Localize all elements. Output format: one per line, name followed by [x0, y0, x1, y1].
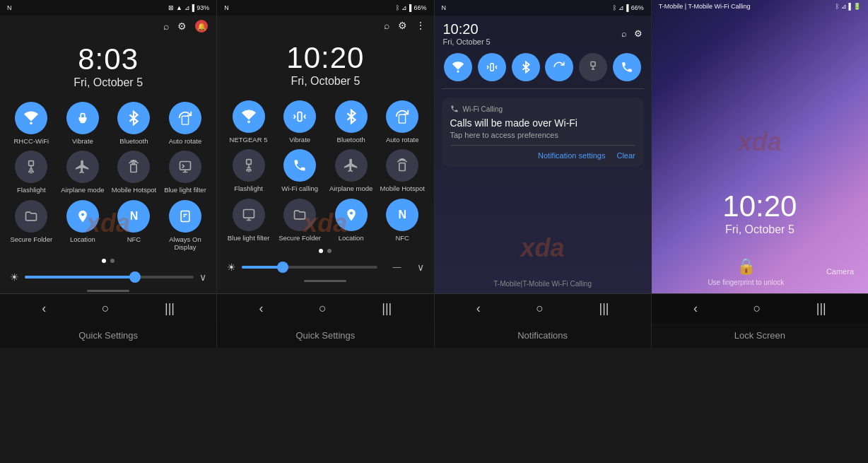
tile-bluelight-label-2: Blue light filter [228, 234, 270, 242]
back-icon-2[interactable]: ‹ [259, 301, 263, 316]
tile-rotate-label-2: Auto rotate [386, 136, 418, 143]
tile-nfc-2[interactable]: N NFC [380, 199, 426, 242]
tile-bt-icon-2 [335, 100, 368, 133]
wifi-call-small-icon [450, 105, 459, 113]
tile-bt-1[interactable]: Bluetooth [111, 102, 157, 145]
tile-rotate-2[interactable]: Auto rotate [380, 100, 426, 143]
lock-icons-4: ᛒ ⊿ ▌🔋 [835, 3, 861, 10]
tile-airplane-2[interactable]: Airplane mode [328, 149, 374, 192]
tile-location-icon-1 [66, 200, 99, 233]
tile-securefolder-2[interactable]: Secure Folder [277, 199, 323, 242]
notif-settings-btn[interactable]: Notification settings [538, 151, 605, 160]
lock-carrier-4: T-Mobile | T-Mobile Wi-Fi Calling [659, 3, 751, 10]
svg-point-9 [247, 121, 250, 124]
qs-tile-vibrate-3[interactable] [478, 53, 506, 81]
tile-wifi-label-1: RHCC-WiFi [13, 137, 49, 145]
tile-hotspot-icon-1 [117, 151, 150, 183]
home-icon-4[interactable]: ○ [753, 301, 761, 316]
notif-card-header-3: Wi-Fi Calling [450, 105, 635, 113]
qs-row-3 [435, 49, 651, 86]
recents-icon-2[interactable]: ||| [382, 301, 392, 316]
chevron-down-icon-2[interactable]: ∨ [417, 262, 424, 273]
qs-tile-bt-3[interactable] [512, 53, 540, 81]
dot-2-inactive [327, 249, 332, 253]
svg-rect-16 [491, 64, 494, 71]
brightness-row-1: ☀ ∨ [0, 266, 216, 288]
tile-rotate-1[interactable]: Auto rotate [163, 102, 209, 145]
bottom-line-1 [87, 290, 129, 292]
tile-hotspot-label-1: Mobile Hotspot [112, 186, 156, 194]
recents-icon-4[interactable]: ||| [816, 301, 826, 316]
home-icon-2[interactable]: ○ [319, 301, 327, 316]
chevron-down-icon-1[interactable]: ∨ [199, 271, 206, 283]
brightness-track-2[interactable] [242, 266, 377, 269]
qs-bt-icon-3 [512, 53, 540, 81]
qs-tile-wificall-3[interactable] [613, 53, 641, 81]
tile-bluelight-label-1: Blue light filter [164, 186, 206, 194]
tile-securefolder-icon-1 [15, 200, 47, 233]
tile-aod-1[interactable]: Always On Display [163, 200, 209, 252]
recents-icon-1[interactable]: ||| [165, 301, 175, 316]
notif-card-title-3: Calls will be made over Wi-Fi [450, 117, 635, 129]
brightness-track-1[interactable] [25, 276, 194, 279]
tile-aod-label-1: Always On Display [163, 235, 209, 252]
lock-camera-4[interactable]: Camera [826, 267, 854, 276]
home-icon-3[interactable]: ○ [536, 301, 544, 316]
tile-bt-icon-1 [117, 102, 150, 134]
overflow-icon-2[interactable]: ⋮ [416, 20, 426, 31]
qs-tile-rotate-3[interactable] [545, 53, 573, 81]
screen-3-content: N ᛒ ⊿ ▌66% 10:20 Fri, October 5 ⌕ ⚙ [435, 0, 651, 293]
tile-wifi-label-2: NETGEAR 5 [230, 136, 268, 143]
tile-location-1[interactable]: Location [60, 200, 106, 252]
tile-bluelight-1[interactable]: Blue light filter [163, 151, 209, 194]
qs-tile-flash-3[interactable] [579, 53, 607, 81]
dot-1-active [102, 259, 106, 263]
tile-nfc-1[interactable]: N NFC [111, 200, 157, 252]
brightness-thumb-2 [277, 262, 288, 273]
tile-nfc-label-2: NFC [395, 234, 409, 242]
lock-time-4: 10:20 [722, 189, 797, 223]
tile-securefolder-1[interactable]: Secure Folder [8, 200, 54, 252]
tile-location-2[interactable]: Location [328, 199, 374, 242]
tile-bt-2[interactable]: Bluetooth [328, 100, 374, 143]
notif-clear-btn[interactable]: Clear [616, 151, 635, 160]
brightness-icon-1: ☀ [10, 271, 19, 283]
tile-rotate-icon-2 [386, 100, 418, 133]
lte-icon-2: ▌66% [409, 4, 426, 11]
notif-card-3[interactable]: Wi-Fi Calling Calls will be made over Wi… [442, 98, 644, 167]
back-icon-4[interactable]: ‹ [693, 301, 698, 316]
back-icon-1[interactable]: ‹ [42, 301, 46, 316]
svg-rect-12 [246, 160, 251, 165]
tile-flash-1[interactable]: Flashlight [8, 151, 54, 194]
tile-rotate-icon-1 [169, 102, 201, 134]
qs-tile-wifi-3[interactable] [444, 53, 472, 81]
search-icon-1[interactable]: ⌕ [163, 20, 169, 32]
recents-icon-3[interactable]: ||| [599, 301, 609, 316]
gear-icon-3[interactable]: ⚙ [634, 28, 643, 39]
lock-signal-icon: ⊿ [841, 3, 847, 10]
tile-hotspot-2[interactable]: Mobile Hotspot [380, 149, 426, 192]
tile-wifi-1[interactable]: RHCC-WiFi [8, 102, 54, 145]
tile-bluelight-2[interactable]: Blue light filter [225, 199, 271, 242]
dots-1 [0, 256, 216, 266]
tile-hotspot-icon-2 [386, 149, 418, 182]
tile-airplane-1[interactable]: Airplane mode [60, 151, 106, 194]
tile-flash-icon-1 [15, 151, 47, 183]
back-icon-3[interactable]: ‹ [476, 301, 481, 316]
search-icon-2[interactable]: ⌕ [384, 20, 389, 31]
tile-securefolder-label-2: Secure Folder [278, 234, 321, 242]
nav-bar-2: ‹ ○ ||| [217, 293, 433, 323]
notification-icon-1[interactable]: 🔔 [195, 20, 208, 33]
tile-hotspot-1[interactable]: Mobile Hotspot [111, 151, 157, 194]
gear-icon-2[interactable]: ⚙ [398, 20, 407, 31]
tile-wificall-2[interactable]: Wi-Fi calling [277, 149, 323, 192]
tile-wifi-2[interactable]: NETGEAR 5 [225, 100, 271, 143]
tile-vibrate-1[interactable]: Vibrate [60, 102, 106, 145]
tile-vibrate-2[interactable]: Vibrate [277, 100, 323, 143]
home-icon-1[interactable]: ○ [102, 301, 110, 316]
tile-airplane-icon-2 [335, 149, 368, 182]
gear-icon-1[interactable]: ⚙ [177, 20, 187, 32]
search-icon-3[interactable]: ⌕ [621, 28, 627, 39]
tile-flash-2[interactable]: Flashlight [225, 149, 271, 192]
lock-icon-4: 🔒 [708, 257, 784, 276]
